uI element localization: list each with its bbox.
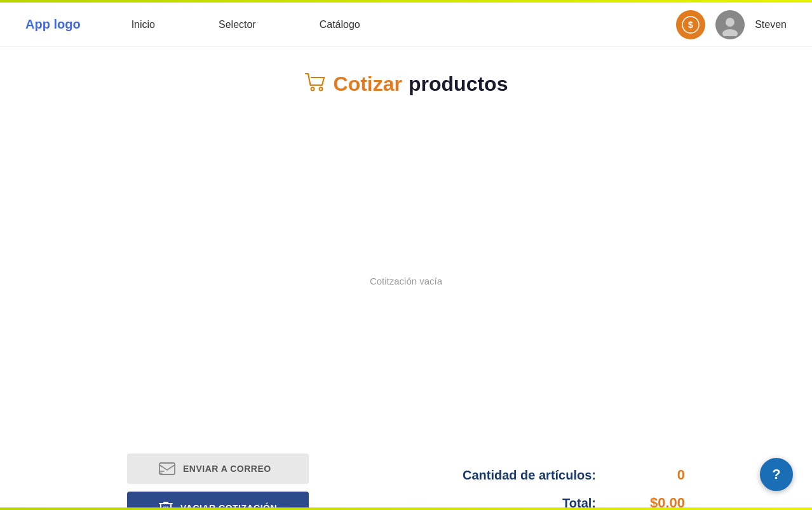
- nav-item-catalogo[interactable]: Catálogo: [320, 19, 360, 30]
- app-logo[interactable]: App logo: [25, 17, 81, 32]
- help-button[interactable]: ?: [760, 458, 793, 491]
- navbar-right: $ Steven: [676, 10, 787, 39]
- main-content: Cotizar productos Cotitzación vacía: [0, 47, 812, 441]
- empty-state: Cotitzación vacía: [0, 121, 812, 441]
- bottom-section: ENVIAR A CORREO VACIAR COTIZACIÓN Cantid…: [0, 441, 812, 510]
- avatar-icon: [719, 13, 741, 36]
- quantity-label: Cantidad de artículos:: [463, 468, 596, 483]
- nav-item-selector[interactable]: Selector: [219, 19, 256, 30]
- nav-item-inicio[interactable]: Inicio: [132, 19, 155, 30]
- nav-menu: Inicio Selector Catálogo: [132, 19, 677, 30]
- title-rest: productos: [409, 72, 508, 96]
- quantity-value: 0: [634, 467, 685, 483]
- svg-point-4: [311, 88, 314, 91]
- coin-icon: $: [682, 16, 700, 34]
- quantity-row: Cantidad de artículos: 0: [463, 467, 685, 483]
- help-icon: ?: [772, 466, 780, 483]
- cart-icon: [304, 72, 327, 96]
- title-highlight: Cotizar: [334, 72, 402, 96]
- coin-button[interactable]: $: [676, 10, 705, 39]
- svg-point-3: [722, 29, 738, 36]
- empty-text: Cotitzación vacía: [370, 276, 442, 286]
- email-icon: [159, 462, 175, 475]
- bottom-border: [0, 507, 812, 510]
- page-title: Cotizar productos: [304, 72, 508, 96]
- email-button[interactable]: ENVIAR A CORREO: [127, 453, 309, 484]
- svg-text:$: $: [688, 20, 693, 30]
- user-name: Steven: [755, 19, 787, 30]
- svg-point-2: [726, 18, 734, 27]
- summary-section: Cantidad de artículos: 0 Total: $0.00: [463, 467, 685, 510]
- user-avatar[interactable]: [715, 10, 745, 39]
- email-button-label: ENVIAR A CORREO: [183, 464, 271, 474]
- action-buttons: ENVIAR A CORREO VACIAR COTIZACIÓN: [127, 453, 309, 510]
- svg-point-5: [319, 88, 322, 91]
- navbar: App logo Inicio Selector Catálogo $ Stev…: [0, 3, 812, 47]
